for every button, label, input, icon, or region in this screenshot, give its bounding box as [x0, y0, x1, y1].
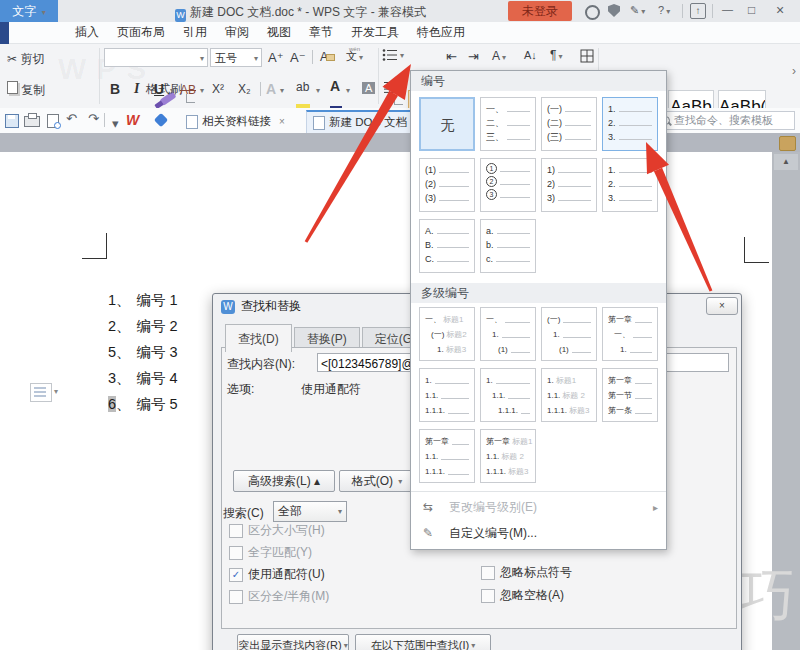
customize-toolbar-icon[interactable]: ▾ — [112, 116, 119, 131]
clear-format-button[interactable]: A — [320, 50, 335, 64]
numbering-option-10[interactable]: a.b.c. — [480, 219, 536, 273]
gallery-scroll-icon[interactable]: › — [792, 64, 796, 78]
unchecked-checkbox-icon[interactable] — [229, 546, 243, 560]
justify-button[interactable] — [384, 81, 399, 97]
strikethrough-button[interactable]: AB — [180, 83, 196, 97]
increase-indent-button[interactable]: ⇥ — [468, 49, 479, 64]
copy-button[interactable]: 复制 — [7, 81, 45, 99]
multilevel-option-1[interactable]: 一、标题1(一)标题21.标题3 — [419, 307, 475, 361]
sort-button[interactable]: A↓ — [524, 49, 537, 61]
dialog-tab-1[interactable]: 查找(D) — [225, 324, 292, 352]
print-preview-icon[interactable] — [47, 114, 59, 128]
save-icon[interactable] — [5, 114, 19, 128]
theme-icon[interactable] — [585, 5, 600, 20]
checkbox-M[interactable]: 区分全/半角(M) — [229, 588, 329, 605]
numbering-option-1[interactable]: 无 — [419, 97, 475, 151]
show-marks-button[interactable]: ¶▾ — [550, 48, 562, 62]
advanced-search-button[interactable]: 高级搜索(L) ▴ — [233, 470, 335, 492]
paste-options-button[interactable] — [30, 383, 52, 402]
checkbox-[interactable]: 忽略标点符号 — [481, 564, 572, 581]
superscript-button[interactable]: X² — [212, 82, 224, 96]
close-tab-icon[interactable]: × — [279, 116, 285, 127]
numbering-option-8[interactable]: 1.2.3. — [602, 158, 658, 212]
wps-menu-button[interactable]: 文字 ▾ — [0, 0, 58, 22]
subscript-button[interactable]: X₂ — [238, 82, 251, 96]
undo-button[interactable]: ↶ — [66, 111, 77, 126]
ribbon-tab-3[interactable]: 引用 — [174, 24, 216, 41]
multilevel-option-5[interactable]: 1.1.1.1.1.1. — [419, 368, 475, 422]
multilevel-option-3[interactable]: (一)1.(1) — [541, 307, 597, 361]
multilevel-option-9[interactable]: 第一章1.1.1.1.1. — [419, 429, 475, 483]
char-shading-button[interactable]: A — [362, 82, 375, 94]
multilevel-option-10[interactable]: 第一章标题11.1.标题 21.1.1.标题3 — [480, 429, 536, 483]
customize-numbering-item[interactable]: ✎自定义编号(M)... — [411, 521, 666, 545]
ribbon-tab-6[interactable]: 章节 — [300, 24, 342, 41]
bullets-button[interactable]: ▾ — [382, 48, 404, 62]
bold-button[interactable]: B — [110, 81, 120, 97]
document-tab-current[interactable]: 新建 DOC 文档 — [306, 110, 426, 133]
upload-icon[interactable]: ↑ — [690, 3, 706, 19]
unchecked-checkbox-icon[interactable] — [229, 524, 243, 538]
numbering-option-4[interactable]: 1.2.3. — [602, 97, 658, 151]
scroll-up-button[interactable]: ▲ — [774, 154, 798, 170]
ribbon-tab-7[interactable]: 开发工具 — [342, 24, 408, 41]
text-effects-button[interactable]: A — [266, 81, 276, 97]
shrink-font-button[interactable]: A⁻ — [290, 50, 306, 65]
ribbon-tab-5[interactable]: 视图 — [258, 24, 300, 41]
wps-logo-icon[interactable]: W — [126, 112, 139, 128]
checkbox-Y[interactable]: 全字匹配(Y) — [229, 544, 312, 561]
underline-button[interactable]: U — [154, 81, 164, 97]
search-direction-select[interactable]: 全部▾ — [273, 501, 347, 522]
change-list-level-item[interactable]: ⇆更改编号级别(E)▸ — [411, 495, 666, 519]
text-tools-button[interactable] — [580, 49, 594, 66]
multilevel-option-2[interactable]: 一、1.(1) — [480, 307, 536, 361]
grow-font-button[interactable]: A⁺ — [268, 50, 284, 65]
checkbox-H[interactable]: 区分大小写(H) — [229, 522, 325, 539]
numbering-option-2[interactable]: 一、二、三、 — [480, 97, 536, 151]
pinyin-guide-button[interactable]: wén文▾ — [346, 46, 363, 61]
edit-mode-icon[interactable]: ✎▾ — [630, 4, 645, 17]
chevron-down-icon[interactable]: ▾ — [170, 86, 174, 95]
minimize-button[interactable]: — — [722, 3, 733, 15]
help-icon[interactable]: ?▾ — [658, 4, 670, 16]
numbering-option-7[interactable]: 1)2)3) — [541, 158, 597, 212]
ribbon-tab-4[interactable]: 审阅 — [216, 24, 258, 41]
ribbon-tab-8[interactable]: 特色应用 — [408, 24, 474, 41]
unchecked-checkbox-icon[interactable] — [481, 589, 495, 603]
redo-button[interactable]: ↷ — [88, 111, 99, 126]
numbering-option-6[interactable]: 123 — [480, 158, 536, 212]
find-in-scope-button[interactable]: 在以下范围中查找(I)▾ — [355, 634, 491, 650]
numbering-option-9[interactable]: A.B.C. — [419, 219, 475, 273]
checkbox-A[interactable]: 忽略空格(A) — [481, 587, 564, 604]
dialog-close-button[interactable]: × — [706, 297, 738, 315]
multilevel-option-7[interactable]: 1.标题11.1.标题 21.1.1.标题3 — [541, 368, 597, 422]
multilevel-option-8[interactable]: 第一章第一节第一条 — [602, 368, 658, 422]
highlight-findings-button[interactable]: 突出显示查找内容(R)▾ — [237, 634, 349, 650]
format-button[interactable]: 格式(O) ▾ — [339, 470, 415, 492]
numbering-option-5[interactable]: (1)(2)(3) — [419, 158, 475, 212]
checked-checkbox-icon[interactable]: ✓ — [229, 568, 243, 582]
maximize-button[interactable]: □ — [748, 3, 755, 17]
font-color-button[interactable]: A — [330, 78, 342, 110]
checkbox-U[interactable]: ✓使用通配符(U) — [229, 566, 325, 583]
ribbon-tab-2[interactable]: 页面布局 — [108, 24, 174, 41]
chevron-down-icon[interactable]: ▾ — [280, 86, 284, 95]
cut-button[interactable]: ✂ 剪切 — [7, 51, 44, 68]
print-icon[interactable] — [24, 116, 40, 127]
chevron-down-icon[interactable]: ▾ — [200, 86, 204, 95]
font-size-combo[interactable]: 五号▾ — [210, 48, 262, 67]
highlight-button[interactable]: ab — [296, 80, 310, 108]
unchecked-checkbox-icon[interactable] — [229, 590, 243, 604]
document-tab-links[interactable]: 相关资料链接 × — [180, 110, 291, 133]
font-expander-icon[interactable] — [394, 96, 403, 105]
ribbon-tab-1[interactable]: 插入 — [66, 24, 108, 41]
numbering-option-3[interactable]: (一)(二)(三) — [541, 97, 597, 151]
multilevel-option-6[interactable]: 1.1.1.1.1.1. — [480, 368, 536, 422]
italic-button[interactable]: I — [134, 81, 139, 97]
apps-cube-icon[interactable] — [154, 113, 168, 127]
chevron-down-icon[interactable]: ▾ — [316, 86, 320, 95]
decrease-indent-button[interactable]: ⇤ — [446, 49, 457, 64]
chevron-down-icon[interactable]: ▾ — [346, 86, 350, 95]
login-button[interactable]: 未登录 — [508, 1, 572, 21]
protect-icon[interactable] — [608, 4, 620, 17]
